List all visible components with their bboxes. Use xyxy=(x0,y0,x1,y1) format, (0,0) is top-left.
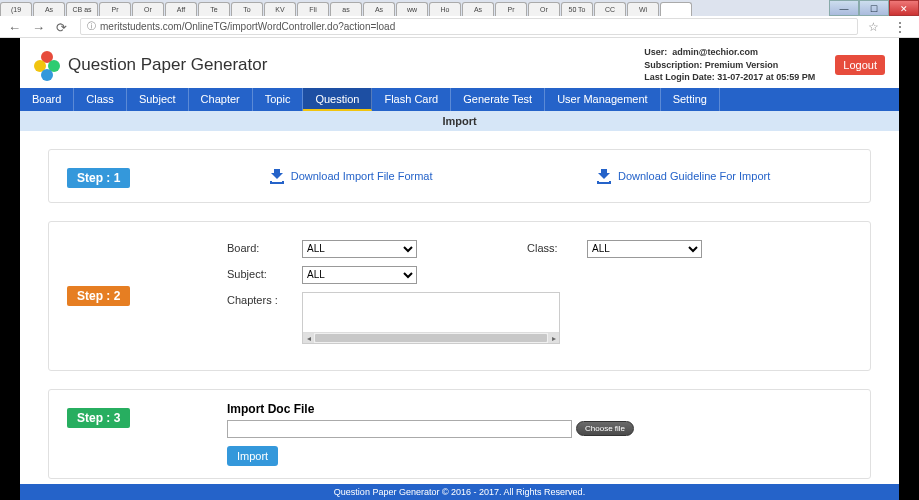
logout-button[interactable]: Logout xyxy=(835,55,885,75)
maximize-button[interactable]: ☐ xyxy=(859,0,889,16)
scroll-left-icon[interactable]: ◂ xyxy=(303,333,314,343)
page-header: Question Paper Generator User: admin@tec… xyxy=(20,38,899,88)
class-label: Class: xyxy=(527,240,587,254)
browser-tab[interactable]: KV xyxy=(264,2,296,16)
nav-board[interactable]: Board xyxy=(20,88,74,111)
import-button[interactable]: Import xyxy=(227,446,278,466)
browser-tab[interactable]: To xyxy=(231,2,263,16)
chapters-listbox[interactable]: ◂ ▸ xyxy=(302,292,560,344)
horizontal-scrollbar[interactable]: ◂ ▸ xyxy=(303,332,559,343)
forward-icon[interactable]: → xyxy=(32,20,46,34)
board-select[interactable]: ALL xyxy=(302,240,417,258)
subject-label: Subject: xyxy=(227,266,302,280)
nav-topic[interactable]: Topic xyxy=(253,88,304,111)
browser-tab[interactable]: 50 To xyxy=(561,2,593,16)
address-field[interactable]: ⓘ meritstudents.com/OnlineTG/importWordC… xyxy=(80,18,858,35)
url-bar: ← → ⟳ ⓘ meritstudents.com/OnlineTG/impor… xyxy=(0,16,919,38)
browser-tabs: (19AsCB asPrOrAffTeToKVFliasAswwHoAsPrOr… xyxy=(0,0,919,16)
nav-generate-test[interactable]: Generate Test xyxy=(451,88,545,111)
browser-tab[interactable] xyxy=(660,2,692,16)
download-guideline-link[interactable]: Download Guideline For Import xyxy=(596,168,770,184)
import-title: Import Doc File xyxy=(227,402,852,416)
browser-tab[interactable]: Fli xyxy=(297,2,329,16)
url-text: meritstudents.com/OnlineTG/importWordCon… xyxy=(100,21,395,32)
step-2-badge: Step : 2 xyxy=(67,286,130,306)
minimize-button[interactable]: — xyxy=(829,0,859,16)
browser-tab[interactable]: Or xyxy=(132,2,164,16)
browser-tab[interactable]: CB as xyxy=(66,2,98,16)
reload-icon[interactable]: ⟳ xyxy=(56,20,70,34)
choose-file-button[interactable]: Choose file xyxy=(576,421,634,436)
browser-tab[interactable]: Ho xyxy=(429,2,461,16)
browser-tab[interactable]: As xyxy=(33,2,65,16)
browser-tab[interactable]: Aff xyxy=(165,2,197,16)
nav-setting[interactable]: Setting xyxy=(661,88,720,111)
step-3-badge: Step : 3 xyxy=(67,408,130,428)
step-3-panel: Step : 3 Import Doc File Choose file Imp… xyxy=(48,389,871,479)
nav-class[interactable]: Class xyxy=(74,88,127,111)
main-nav: BoardClassSubjectChapterTopicQuestionFla… xyxy=(20,88,899,111)
bookmark-icon[interactable]: ☆ xyxy=(868,20,879,34)
logo-icon xyxy=(34,51,62,79)
user-meta: User: admin@techior.com Subscription: Pr… xyxy=(644,46,815,84)
nav-chapter[interactable]: Chapter xyxy=(189,88,253,111)
board-label: Board: xyxy=(227,240,302,254)
browser-tab[interactable]: Wi xyxy=(627,2,659,16)
brand: Question Paper Generator xyxy=(34,51,267,79)
menu-icon[interactable]: ⋮ xyxy=(889,19,911,35)
footer: Question Paper Generator © 2016 - 2017. … xyxy=(20,484,899,500)
browser-tab[interactable]: ww xyxy=(396,2,428,16)
step-2-panel: Step : 2 Board: ALL Class: ALL Subject: … xyxy=(48,221,871,371)
browser-tab[interactable]: Te xyxy=(198,2,230,16)
step-1-badge: Step : 1 xyxy=(67,168,130,188)
browser-tab[interactable]: As xyxy=(363,2,395,16)
window-controls: — ☐ ✕ xyxy=(829,0,919,16)
nav-user-management[interactable]: User Management xyxy=(545,88,661,111)
page-title: Import xyxy=(20,111,899,131)
info-icon: ⓘ xyxy=(87,20,96,33)
back-icon[interactable]: ← xyxy=(8,20,22,34)
browser-tab[interactable]: Or xyxy=(528,2,560,16)
nav-question[interactable]: Question xyxy=(303,88,372,111)
browser-tab[interactable]: as xyxy=(330,2,362,16)
chapters-label: Chapters : xyxy=(227,292,302,306)
browser-tab[interactable]: Pr xyxy=(99,2,131,16)
file-path-input[interactable] xyxy=(227,420,572,438)
scroll-thumb[interactable] xyxy=(315,334,547,342)
browser-tab[interactable]: As xyxy=(462,2,494,16)
subject-select[interactable]: ALL xyxy=(302,266,417,284)
step-1-panel: Step : 1 Download Import File Format Dow… xyxy=(48,149,871,203)
browser-tab[interactable]: Pr xyxy=(495,2,527,16)
download-icon xyxy=(269,168,285,184)
browser-tab[interactable]: CC xyxy=(594,2,626,16)
class-select[interactable]: ALL xyxy=(587,240,702,258)
scroll-right-icon[interactable]: ▸ xyxy=(548,333,559,343)
nav-flash-card[interactable]: Flash Card xyxy=(372,88,451,111)
nav-subject[interactable]: Subject xyxy=(127,88,189,111)
download-icon xyxy=(596,168,612,184)
close-window-button[interactable]: ✕ xyxy=(889,0,919,16)
browser-tab[interactable]: (19 xyxy=(0,2,32,16)
download-format-link[interactable]: Download Import File Format xyxy=(269,168,433,184)
brand-title: Question Paper Generator xyxy=(68,55,267,75)
